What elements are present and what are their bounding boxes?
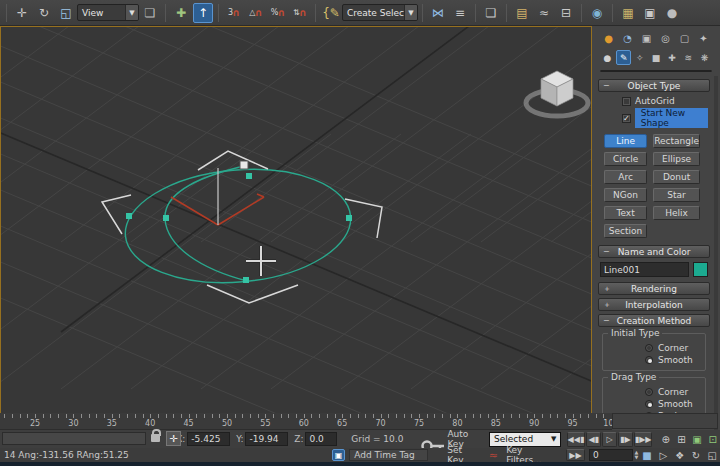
select-manipulate-button[interactable]: ✚ <box>171 3 191 23</box>
circle-button[interactable]: Circle <box>604 152 647 166</box>
zoom-extents-button[interactable]: ▣ <box>690 432 705 446</box>
donut-button[interactable]: Donut <box>653 170 700 184</box>
zoom-button[interactable]: ⊕ <box>658 432 673 446</box>
material-editor-button[interactable]: ◉ <box>587 3 607 23</box>
creation-method-header[interactable]: − Creation Method <box>598 314 710 327</box>
object-color-swatch[interactable] <box>693 262 708 277</box>
timeline-ruler[interactable]: 253035404550556065707580859095100 <box>0 413 612 430</box>
timeline-frame-label: 95 <box>563 419 583 428</box>
section-button[interactable]: Section <box>604 224 647 238</box>
drag-corner-radio[interactable] <box>645 388 653 396</box>
render-setup-button[interactable]: ▦ <box>618 3 638 23</box>
absolute-mode-toggle[interactable]: ✛ <box>166 431 181 446</box>
frame-spinner[interactable]: ▲ ▼ <box>634 450 638 460</box>
rendered-frame-button[interactable]: ▣ <box>640 3 660 23</box>
select-rotate-button[interactable]: ↻ <box>34 3 54 23</box>
object-name-input[interactable]: Line001 <box>600 262 689 277</box>
curve-editor-button[interactable]: ≈ <box>534 3 554 23</box>
select-scale-button[interactable]: ◱ <box>56 3 76 23</box>
auto-key-button[interactable]: Auto Key <box>442 432 489 446</box>
tab-hierarchy[interactable]: ▣ <box>638 30 655 46</box>
window-bottom-strip <box>0 462 720 466</box>
name-color-header[interactable]: − Name and Color <box>598 245 710 258</box>
percent-snap-button[interactable]: %∩ <box>268 3 288 23</box>
selection-mode-button[interactable]: ▷ <box>656 448 671 462</box>
subtab-shapes[interactable]: ✎ <box>616 50 631 65</box>
align-button[interactable]: ≡ <box>450 3 470 23</box>
perspective-viewport[interactable] <box>0 26 592 414</box>
zoom-extents-all-button[interactable]: ⊡ <box>705 432 720 446</box>
pan-view-button[interactable]: ❖ <box>672 448 687 462</box>
helix-button[interactable]: Helix <box>653 206 700 220</box>
keyboard-override-toggle[interactable]: ↑ <box>193 3 213 23</box>
subtab-systems[interactable]: ❋ <box>697 50 712 65</box>
text-button[interactable]: Text <box>604 206 647 220</box>
use-pivot-center-button[interactable]: ❏ <box>140 3 160 23</box>
lock-selection-icon[interactable] <box>151 434 160 442</box>
new-key-settings-button[interactable]: ≈ <box>486 448 501 462</box>
tab-modify[interactable]: ◔ <box>619 30 636 46</box>
angle-snap-button[interactable]: △∩ <box>246 3 266 23</box>
tab-utilities[interactable]: ✦ <box>695 30 712 46</box>
subtab-spacewarps[interactable]: ≋ <box>681 50 696 65</box>
initial-smooth-radio[interactable] <box>645 356 653 364</box>
rollout-object-type: − Object Type AutoGrid ✓ Start New Shape… <box>598 79 710 242</box>
named-selection-sets-button[interactable]: {✎ <box>321 3 341 23</box>
timeline-tick <box>388 414 389 418</box>
subtab-geometry[interactable]: ● <box>600 50 615 65</box>
tab-display[interactable]: ▢ <box>676 30 693 46</box>
mirror-button[interactable]: ⋈ <box>428 3 448 23</box>
orbit-button[interactable]: ↻ <box>688 448 703 462</box>
time-configuration-button[interactable]: ■ <box>639 448 654 462</box>
maximize-viewport-button[interactable]: ◱ <box>705 448 720 462</box>
go-to-end-button[interactable]: ▮▶▶ <box>634 432 653 447</box>
start-new-shape-label[interactable]: Start New Shape <box>635 108 708 128</box>
layer-manager-button[interactable]: ❏ <box>481 3 501 23</box>
spinner-snap-button[interactable]: ⇅∩ <box>290 3 310 23</box>
select-move-button[interactable]: ✛ <box>12 3 32 23</box>
shape-category-dropdown[interactable]: Splines ▼ <box>600 70 712 72</box>
snap-toggle-3d-button[interactable]: 3∩ <box>224 3 244 23</box>
autogrid-checkbox[interactable] <box>622 97 631 106</box>
object-type-header[interactable]: − Object Type <box>598 79 710 92</box>
viewcube[interactable] <box>526 71 588 116</box>
y-coordinate-field[interactable]: -19.94 <box>245 432 288 446</box>
z-coordinate-field[interactable]: 0.0 <box>305 432 337 446</box>
play-button[interactable]: ▷ <box>602 432 617 447</box>
subtab-lights[interactable]: ✧ <box>632 50 647 65</box>
add-time-tag-field[interactable]: Add Time Tag <box>349 449 428 461</box>
isolate-selection-toggle[interactable]: ▣ <box>332 449 346 461</box>
ngon-button[interactable]: NGon <box>604 188 647 202</box>
toolbar-separator <box>165 4 166 22</box>
interpolation-header[interactable]: ＋ Interpolation <box>598 298 710 311</box>
next-frame-button[interactable]: ▮▶ <box>618 432 633 447</box>
tab-motion[interactable]: ◎ <box>657 30 674 46</box>
zoom-all-button[interactable]: ⊞ <box>674 432 689 446</box>
subtab-cameras[interactable]: ■ <box>648 50 663 65</box>
go-to-start-button[interactable]: ◀◀▮ <box>567 432 586 447</box>
rendering-header[interactable]: ＋ Rendering <box>598 282 710 295</box>
line-button[interactable]: Line <box>604 134 647 148</box>
drag-smooth-radio[interactable] <box>645 400 653 408</box>
active-vertex[interactable] <box>240 161 248 169</box>
arc-button[interactable]: Arc <box>604 170 647 184</box>
named-selection-dropdown[interactable]: Create Selection Se ▼ <box>342 4 418 21</box>
star-button[interactable]: Star <box>653 188 700 202</box>
schematic-view-button[interactable]: ⊟ <box>556 3 576 23</box>
toggle-ribbon-button[interactable]: ▤ <box>512 3 532 23</box>
reference-coordinate-dropdown[interactable]: View ▼ <box>77 4 139 21</box>
rectangle-button[interactable]: Rectangle <box>653 134 700 148</box>
tab-create[interactable]: ● <box>600 30 617 46</box>
subtab-helpers[interactable]: ✚ <box>665 50 680 65</box>
x-coordinate-field[interactable]: -5.425 <box>187 432 230 446</box>
ellipse-button[interactable]: Ellipse <box>653 152 700 166</box>
previous-frame-button[interactable]: ◀▮ <box>586 432 601 447</box>
render-production-button[interactable]: ● <box>662 3 682 23</box>
key-mode-toggle[interactable]: ▶▶ <box>566 449 585 461</box>
current-frame-field[interactable]: 0 <box>589 449 633 461</box>
initial-corner-radio[interactable] <box>645 344 653 352</box>
track-bar[interactable] <box>2 432 146 445</box>
start-new-shape-checkbox[interactable]: ✓ <box>622 114 631 123</box>
key-filters-button[interactable]: Key Filters... <box>501 448 565 462</box>
set-key-button[interactable]: Set Key <box>442 448 485 462</box>
